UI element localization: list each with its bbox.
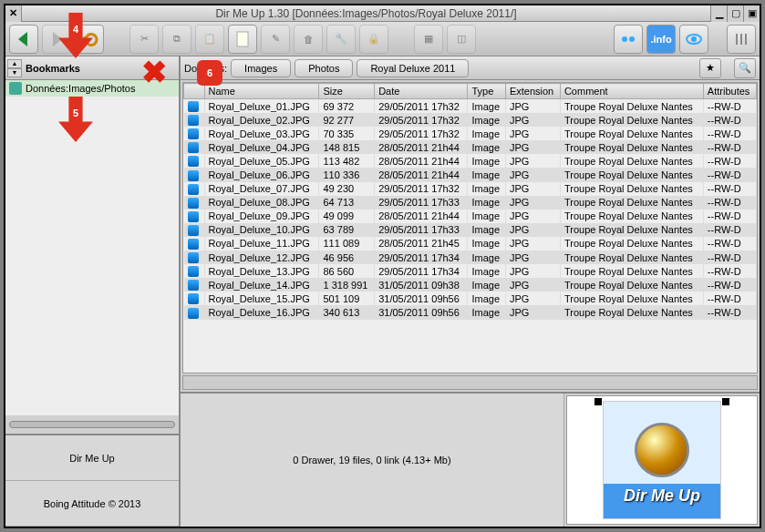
window-zoom-button[interactable]: ▢ <box>727 5 743 22</box>
table-row[interactable]: Royal_Deluxe_16.JPG340 61331/05/2011 09h… <box>184 305 757 319</box>
lock-button[interactable]: 🔒 <box>359 25 388 54</box>
props-button[interactable]: 🔧 <box>326 25 356 54</box>
bookmarks-header: ▲ ▼ Bookmarks <box>5 56 179 80</box>
cell-name: Royal_Deluxe_15.JPG <box>204 292 319 305</box>
status-text: 0 Drawer, 19 files, 0 link (4.13+ Mb) <box>293 455 450 466</box>
breadcrumb-part[interactable]: Photos <box>295 59 353 77</box>
cell-comment: Troupe Royal Deluxe Nantes <box>560 168 703 181</box>
favorite-button[interactable]: ★ <box>699 58 721 78</box>
cell-size: 1 318 991 <box>319 278 375 292</box>
table-row[interactable]: Royal_Deluxe_05.JPG113 48228/05/2011 21h… <box>184 154 757 168</box>
window-minimize-button[interactable]: ▁ <box>710 5 727 22</box>
cell-attr: --RW-D <box>703 251 756 264</box>
cell-ext: JPG <box>505 251 560 264</box>
window-button[interactable]: ◫ <box>447 25 476 54</box>
column-header[interactable]: Attributes <box>703 84 756 99</box>
svg-point-5 <box>629 36 635 42</box>
cell-name: Royal_Deluxe_14.JPG <box>204 278 319 292</box>
column-header[interactable]: Name <box>204 84 319 99</box>
cell-size: 49 099 <box>319 210 375 223</box>
window-close-button[interactable]: ✕ <box>5 5 22 22</box>
back-button[interactable] <box>9 25 38 54</box>
cell-type: Image <box>468 237 505 251</box>
search-button[interactable]: 🔍 <box>734 58 756 78</box>
table-row[interactable]: Royal_Deluxe_02.JPG92 27729/05/2011 17h3… <box>184 113 757 127</box>
spin-down[interactable]: ▼ <box>7 68 22 77</box>
cell-date: 28/05/2011 21h44 <box>375 168 468 181</box>
table-row[interactable]: Royal_Deluxe_01.JPG69 37229/05/2011 17h3… <box>184 99 757 114</box>
horizontal-scrollbar[interactable] <box>182 375 758 390</box>
table-row[interactable]: Royal_Deluxe_06.JPG110 33628/05/2011 21h… <box>184 168 757 181</box>
cell-ext: JPG <box>505 196 560 210</box>
file-icon <box>188 198 199 209</box>
cell-attr: --RW-D <box>703 168 756 181</box>
table-row[interactable]: Royal_Deluxe_12.JPG46 95629/05/2011 17h3… <box>184 251 757 264</box>
status-panel: 0 Drawer, 19 files, 0 link (4.13+ Mb) <box>181 394 564 527</box>
window-depth-button[interactable]: ▣ <box>743 5 760 22</box>
table-row[interactable]: Royal_Deluxe_10.JPG63 78929/05/2011 17h3… <box>184 223 757 237</box>
resize-handle[interactable] <box>594 398 602 405</box>
breadcrumb-part[interactable]: Royal Deluxe 2011 <box>357 59 469 77</box>
cell-date: 28/05/2011 21h44 <box>375 140 468 154</box>
cell-name: Royal_Deluxe_10.JPG <box>204 223 319 237</box>
file-icon <box>188 170 199 181</box>
copy-button[interactable]: ⧉ <box>162 25 191 54</box>
cell-ext: JPG <box>505 182 560 196</box>
copyright-panel: Boing Attitude © 2013 <box>5 481 179 527</box>
cell-name: Royal_Deluxe_06.JPG <box>204 168 319 181</box>
bookmark-item[interactable]: Données:Images/Photos <box>5 80 179 97</box>
cell-ext: JPG <box>505 113 560 127</box>
bookmarks-spinner[interactable]: ▲ ▼ <box>7 59 22 77</box>
breadcrumb-part[interactable]: Images <box>231 59 291 77</box>
sidebar: ▲ ▼ Bookmarks Données:Images/Photos Dir … <box>5 56 181 527</box>
cell-name: Royal_Deluxe_02.JPG <box>204 113 319 127</box>
table-row[interactable]: Royal_Deluxe_11.JPG111 08928/05/2011 21h… <box>184 237 757 251</box>
file-icon <box>188 184 199 195</box>
cell-type: Image <box>468 127 505 140</box>
rename-button[interactable]: ✎ <box>261 25 290 54</box>
cell-ext: JPG <box>505 292 560 305</box>
new-button[interactable] <box>228 25 257 54</box>
cut-button[interactable]: ✂ <box>129 25 159 54</box>
table-row[interactable]: Royal_Deluxe_03.JPG70 33529/05/2011 17h3… <box>184 127 757 140</box>
resize-handle[interactable] <box>722 398 729 405</box>
column-header[interactable]: Size <box>319 84 375 99</box>
table-row[interactable]: Royal_Deluxe_04.JPG148 81528/05/2011 21h… <box>184 140 757 154</box>
cell-size: 49 230 <box>319 182 375 196</box>
table-row[interactable]: Royal_Deluxe_08.JPG64 71329/05/2011 17h3… <box>184 196 757 210</box>
cell-attr: --RW-D <box>703 237 756 251</box>
grid-button[interactable]: ▦ <box>414 25 443 54</box>
breadcrumb: Données: Images Photos Royal Deluxe 2011… <box>181 56 760 80</box>
cell-ext: JPG <box>505 140 560 154</box>
sidebar-slider[interactable] <box>5 415 179 434</box>
table-row[interactable]: Royal_Deluxe_15.JPG501 10931/05/2011 09h… <box>184 292 757 305</box>
column-header[interactable]: Extension <box>505 84 560 99</box>
forward-button[interactable] <box>42 25 71 54</box>
cell-name: Royal_Deluxe_12.JPG <box>204 251 319 264</box>
table-row[interactable]: Royal_Deluxe_13.JPG86 56029/05/2011 17h3… <box>184 264 757 278</box>
cell-comment: Troupe Royal Deluxe Nantes <box>560 210 703 223</box>
file-icon <box>188 308 199 319</box>
bookmark-label: Données:Images/Photos <box>26 83 135 94</box>
column-header[interactable]: Comment <box>560 84 703 99</box>
settings-button[interactable] <box>727 25 756 54</box>
undo-button[interactable] <box>75 25 104 54</box>
file-table-wrap[interactable]: NameSizeDateTypeExtensionCommentAttribut… <box>182 82 758 373</box>
table-row[interactable]: Royal_Deluxe_09.JPG49 09928/05/2011 21h4… <box>184 210 757 223</box>
file-icon <box>188 293 199 304</box>
cell-date: 31/05/2011 09h56 <box>375 292 468 305</box>
table-row[interactable]: Royal_Deluxe_14.JPG1 318 99131/05/2011 0… <box>184 278 757 292</box>
table-row[interactable]: Royal_Deluxe_07.JPG49 23029/05/2011 17h3… <box>184 182 757 196</box>
paste-button[interactable]: 📋 <box>195 25 224 54</box>
info-button[interactable]: .info <box>646 25 676 54</box>
cell-comment: Troupe Royal Deluxe Nantes <box>560 99 703 114</box>
column-header[interactable]: Date <box>375 84 468 99</box>
view-button[interactable] <box>614 25 643 54</box>
eye-button[interactable] <box>679 25 708 54</box>
delete-button[interactable]: 🗑 <box>294 25 323 54</box>
cell-attr: --RW-D <box>703 127 756 140</box>
spin-up[interactable]: ▲ <box>7 59 22 68</box>
column-header[interactable]: Type <box>468 84 505 99</box>
cell-ext: JPG <box>505 278 560 292</box>
file-icon <box>188 252 199 263</box>
